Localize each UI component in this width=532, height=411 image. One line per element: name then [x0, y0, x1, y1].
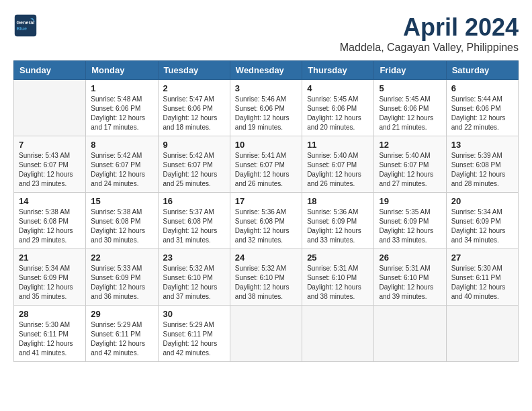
day-number: 4: [307, 83, 369, 93]
column-header-tuesday: Tuesday: [158, 61, 230, 80]
day-info: Sunrise: 5:36 AM Sunset: 6:09 PM Dayligh…: [307, 208, 369, 245]
day-info: Sunrise: 5:42 AM Sunset: 6:07 PM Dayligh…: [163, 151, 225, 189]
day-info: Sunrise: 5:32 AM Sunset: 6:10 PM Dayligh…: [163, 264, 225, 302]
day-info: Sunrise: 5:35 AM Sunset: 6:09 PM Dayligh…: [379, 208, 441, 245]
day-cell: 3Sunrise: 5:46 AM Sunset: 6:06 PM Daylig…: [230, 80, 302, 136]
day-number: 24: [235, 253, 297, 263]
month-title: April 2024: [340, 13, 519, 42]
day-cell: 26Sunrise: 5:31 AM Sunset: 6:10 PM Dayli…: [374, 249, 446, 306]
day-number: 2: [163, 83, 225, 93]
day-info: Sunrise: 5:38 AM Sunset: 6:08 PM Dayligh…: [91, 208, 152, 245]
day-cell: 6Sunrise: 5:44 AM Sunset: 6:06 PM Daylig…: [446, 80, 518, 136]
day-info: Sunrise: 5:45 AM Sunset: 6:06 PM Dayligh…: [307, 95, 369, 132]
day-number: 19: [379, 196, 441, 206]
day-cell: 9Sunrise: 5:42 AM Sunset: 6:07 PM Daylig…: [158, 136, 230, 193]
day-cell: [446, 306, 518, 362]
column-header-monday: Monday: [86, 61, 158, 80]
day-info: Sunrise: 5:43 AM Sunset: 6:07 PM Dayligh…: [19, 151, 81, 189]
day-number: 27: [451, 253, 513, 263]
week-row-1: 1Sunrise: 5:48 AM Sunset: 6:06 PM Daylig…: [14, 80, 519, 136]
day-cell: 21Sunrise: 5:34 AM Sunset: 6:09 PM Dayli…: [14, 249, 86, 306]
day-number: 28: [19, 309, 81, 319]
day-cell: 22Sunrise: 5:33 AM Sunset: 6:09 PM Dayli…: [86, 249, 158, 306]
day-number: 10: [235, 140, 297, 150]
day-info: Sunrise: 5:34 AM Sunset: 6:09 PM Dayligh…: [19, 264, 81, 302]
day-info: Sunrise: 5:30 AM Sunset: 6:11 PM Dayligh…: [19, 320, 81, 358]
day-number: 14: [19, 196, 81, 206]
day-number: 29: [91, 309, 152, 319]
day-number: 21: [19, 253, 81, 263]
day-info: Sunrise: 5:40 AM Sunset: 6:07 PM Dayligh…: [379, 151, 441, 189]
day-cell: 29Sunrise: 5:29 AM Sunset: 6:11 PM Dayli…: [86, 306, 158, 362]
day-number: 8: [91, 140, 152, 150]
header-row: SundayMondayTuesdayWednesdayThursdayFrid…: [14, 61, 519, 80]
day-info: Sunrise: 5:37 AM Sunset: 6:08 PM Dayligh…: [163, 208, 225, 245]
week-row-5: 28Sunrise: 5:30 AM Sunset: 6:11 PM Dayli…: [14, 306, 519, 362]
day-number: 13: [451, 140, 513, 150]
day-cell: 28Sunrise: 5:30 AM Sunset: 6:11 PM Dayli…: [14, 306, 86, 362]
day-info: Sunrise: 5:36 AM Sunset: 6:08 PM Dayligh…: [235, 208, 297, 245]
day-number: 11: [307, 140, 369, 150]
day-number: 5: [379, 83, 441, 93]
day-cell: 4Sunrise: 5:45 AM Sunset: 6:06 PM Daylig…: [302, 80, 374, 136]
day-number: 1: [91, 83, 152, 93]
day-info: Sunrise: 5:29 AM Sunset: 6:11 PM Dayligh…: [91, 320, 152, 358]
column-header-sunday: Sunday: [14, 61, 86, 80]
day-cell: [302, 306, 374, 362]
day-number: 15: [91, 196, 152, 206]
day-cell: 11Sunrise: 5:40 AM Sunset: 6:07 PM Dayli…: [302, 136, 374, 193]
day-cell: 27Sunrise: 5:30 AM Sunset: 6:11 PM Dayli…: [446, 249, 518, 306]
day-cell: 13Sunrise: 5:39 AM Sunset: 6:08 PM Dayli…: [446, 136, 518, 193]
day-cell: 18Sunrise: 5:36 AM Sunset: 6:09 PM Dayli…: [302, 193, 374, 249]
day-cell: 19Sunrise: 5:35 AM Sunset: 6:09 PM Dayli…: [374, 193, 446, 249]
day-cell: 25Sunrise: 5:31 AM Sunset: 6:10 PM Dayli…: [302, 249, 374, 306]
day-number: 7: [19, 140, 81, 150]
day-number: 23: [163, 253, 225, 263]
day-cell: 5Sunrise: 5:45 AM Sunset: 6:06 PM Daylig…: [374, 80, 446, 136]
day-number: 12: [379, 140, 441, 150]
day-cell: [374, 306, 446, 362]
logo: General Blue: [13, 13, 38, 38]
day-cell: 1Sunrise: 5:48 AM Sunset: 6:06 PM Daylig…: [86, 80, 158, 136]
day-cell: 14Sunrise: 5:38 AM Sunset: 6:08 PM Dayli…: [14, 193, 86, 249]
day-cell: 23Sunrise: 5:32 AM Sunset: 6:10 PM Dayli…: [158, 249, 230, 306]
day-number: 20: [451, 196, 513, 206]
day-cell: 16Sunrise: 5:37 AM Sunset: 6:08 PM Dayli…: [158, 193, 230, 249]
day-number: 17: [235, 196, 297, 206]
column-header-saturday: Saturday: [446, 61, 518, 80]
week-row-4: 21Sunrise: 5:34 AM Sunset: 6:09 PM Dayli…: [14, 249, 519, 306]
day-info: Sunrise: 5:30 AM Sunset: 6:11 PM Dayligh…: [451, 264, 513, 302]
day-info: Sunrise: 5:41 AM Sunset: 6:07 PM Dayligh…: [235, 151, 297, 189]
column-header-wednesday: Wednesday: [230, 61, 302, 80]
svg-text:Blue: Blue: [17, 26, 28, 32]
day-cell: 8Sunrise: 5:42 AM Sunset: 6:07 PM Daylig…: [86, 136, 158, 193]
day-info: Sunrise: 5:40 AM Sunset: 6:07 PM Dayligh…: [307, 151, 369, 189]
day-number: 16: [163, 196, 225, 206]
day-info: Sunrise: 5:34 AM Sunset: 6:09 PM Dayligh…: [451, 208, 513, 245]
svg-text:General: General: [17, 19, 35, 26]
day-number: 25: [307, 253, 369, 263]
day-number: 30: [163, 309, 225, 319]
day-info: Sunrise: 5:38 AM Sunset: 6:08 PM Dayligh…: [19, 208, 81, 245]
day-cell: 17Sunrise: 5:36 AM Sunset: 6:08 PM Dayli…: [230, 193, 302, 249]
location-title: Maddela, Cagayan Valley, Philippines: [340, 42, 519, 54]
day-info: Sunrise: 5:31 AM Sunset: 6:10 PM Dayligh…: [307, 264, 369, 302]
day-info: Sunrise: 5:39 AM Sunset: 6:08 PM Dayligh…: [451, 151, 513, 189]
day-info: Sunrise: 5:29 AM Sunset: 6:11 PM Dayligh…: [163, 320, 225, 358]
week-row-2: 7Sunrise: 5:43 AM Sunset: 6:07 PM Daylig…: [14, 136, 519, 193]
day-number: 3: [235, 83, 297, 93]
header: General Blue April 2024 Maddela, Cagayan…: [13, 13, 519, 54]
logo-icon: General Blue: [13, 13, 38, 38]
day-number: 9: [163, 140, 225, 150]
day-cell: [230, 306, 302, 362]
calendar-table: SundayMondayTuesdayWednesdayThursdayFrid…: [13, 60, 519, 362]
day-cell: 30Sunrise: 5:29 AM Sunset: 6:11 PM Dayli…: [158, 306, 230, 362]
day-info: Sunrise: 5:47 AM Sunset: 6:06 PM Dayligh…: [163, 95, 225, 132]
day-number: 22: [91, 253, 152, 263]
day-info: Sunrise: 5:45 AM Sunset: 6:06 PM Dayligh…: [379, 95, 441, 132]
day-info: Sunrise: 5:33 AM Sunset: 6:09 PM Dayligh…: [91, 264, 152, 302]
day-cell: 12Sunrise: 5:40 AM Sunset: 6:07 PM Dayli…: [374, 136, 446, 193]
day-info: Sunrise: 5:44 AM Sunset: 6:06 PM Dayligh…: [451, 95, 513, 132]
day-cell: 10Sunrise: 5:41 AM Sunset: 6:07 PM Dayli…: [230, 136, 302, 193]
day-number: 26: [379, 253, 441, 263]
